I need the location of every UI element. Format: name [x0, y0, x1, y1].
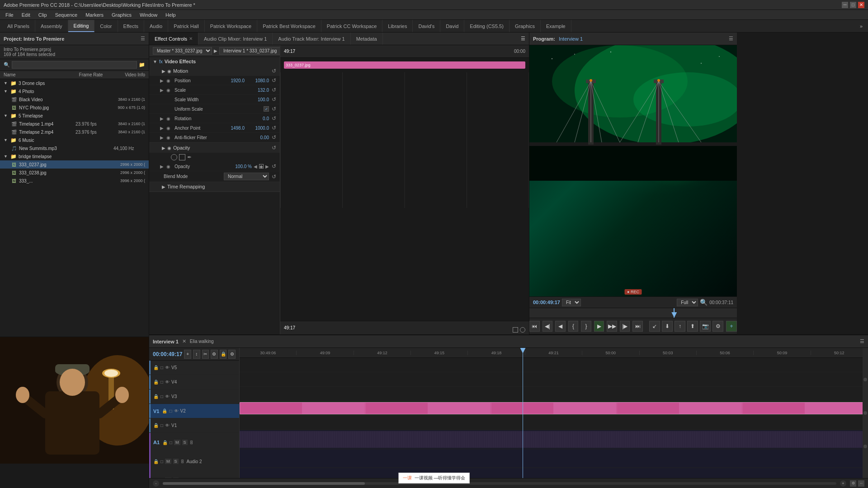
opacity-expand[interactable]: ▶ — [160, 164, 165, 169]
panel-menu-btn[interactable]: ☰ — [517, 36, 529, 42]
export-frame-btn[interactable]: 📷 — [700, 321, 711, 332]
workspace-tab-patrick-hall[interactable]: Patrick Hall — [168, 20, 205, 32]
add-track-btn[interactable]: + — [726, 321, 737, 332]
workspace-tab-all-panels[interactable]: All Panels — [2, 20, 35, 32]
v1-sync-icon[interactable]: □ — [160, 423, 163, 428]
transport-go-to-out[interactable]: ⏭ — [632, 321, 643, 332]
close-button[interactable]: ✕ — [858, 2, 864, 8]
position-x-value[interactable]: 1920.0 — [222, 78, 245, 83]
tab-audio-clip-mixer[interactable]: Audio Clip Mixer: Interview 1 — [198, 33, 273, 45]
opacity-section-reset[interactable]: ↺ — [272, 145, 276, 151]
workspace-tab-example[interactable]: Example — [541, 20, 571, 32]
timeline-close-tab[interactable]: ✕ — [182, 338, 186, 344]
v2-clip-strip[interactable] — [240, 402, 868, 414]
interview-clip-select[interactable]: Interview 1 * 333_0237.jpg — [219, 47, 280, 55]
workspace-tab-patrick-workspace[interactable]: Patrick Workspace — [205, 20, 258, 32]
timeline-sync-btn[interactable]: 🔒 — [220, 350, 227, 359]
program-quality-select[interactable]: Full — [677, 299, 698, 306]
blend-mode-reset[interactable]: ↺ — [272, 174, 276, 180]
v3-sync-icon[interactable]: □ — [160, 394, 163, 399]
uniform-scale-checkbox[interactable]: ✓ — [264, 106, 269, 112]
transport-out-point[interactable]: } — [581, 321, 591, 332]
timeline-panel-menu[interactable]: ☰ — [860, 338, 864, 344]
menu-item-graphics[interactable]: Graphics — [108, 11, 135, 19]
rotation-expand[interactable]: ▶ — [160, 116, 165, 121]
settings-btn[interactable]: ⚙ — [712, 321, 723, 332]
workspace-tab-libraries[interactable]: Libraries — [382, 20, 413, 32]
ec-navigate-btn[interactable] — [513, 327, 518, 333]
timeline-expand-icon[interactable]: ↔ — [858, 480, 864, 487]
timeline-content-area[interactable]: 30:49:06 49:09 49:12 49:15 49:18 49:21 5… — [240, 348, 868, 478]
v2-sync-icon[interactable]: □ — [169, 408, 172, 413]
anti-flicker-expand[interactable]: ▶ — [160, 135, 165, 140]
timeline-razor-tool[interactable]: ✂ — [202, 350, 209, 359]
v2-clip[interactable] — [240, 402, 868, 414]
transport-go-to-in[interactable]: ⏮ — [529, 321, 540, 332]
timeline-playhead[interactable] — [523, 348, 523, 478]
opacity-pen-tool[interactable]: ✒ — [187, 154, 192, 160]
a2-sync-icon[interactable]: □ — [160, 459, 163, 464]
timeline-zoom-bar[interactable] — [163, 482, 836, 485]
timeline-add-track-btn[interactable]: + — [184, 350, 191, 359]
ec-playhead-btn[interactable] — [520, 327, 525, 333]
workspace-tab-david's[interactable]: David's — [413, 20, 440, 32]
menu-item-help[interactable]: Help — [162, 11, 179, 19]
transport-step-forward[interactable]: |▶ — [620, 321, 630, 332]
project-item[interactable]: ▼📁6 Music — [0, 136, 149, 144]
workspace-tab-patrick-cc-workspace[interactable]: Patrick CC Workspace — [321, 20, 382, 32]
v4-eye-icon[interactable]: 👁 — [165, 380, 170, 385]
a2-lock-icon[interactable]: 🔒 — [153, 459, 159, 464]
folder-expand-icon[interactable]: ▼ — [4, 89, 8, 94]
lift-btn[interactable]: ↑ — [675, 321, 685, 332]
a1-solo-btn[interactable]: S — [182, 440, 188, 445]
program-add-btn[interactable]: + — [726, 321, 737, 332]
timeline-timecode[interactable]: 00:00:49:17 — [153, 351, 182, 357]
project-item[interactable]: 🎬Black Video3840 x 2160 (1 — [0, 95, 149, 103]
transport-play[interactable]: ▶ — [594, 321, 604, 332]
ec-clip-bar[interactable]: 333_0237.jpg — [284, 61, 525, 69]
workspace-more-btn[interactable]: » — [856, 22, 866, 31]
timeline-ruler[interactable]: 30:49:06 49:09 49:12 49:15 49:18 49:21 5… — [240, 348, 868, 358]
folder-expand-icon[interactable]: ▼ — [4, 113, 8, 118]
program-panel-menu[interactable]: ☰ — [729, 36, 733, 42]
workspace-tab-effects[interactable]: Effects — [118, 20, 144, 32]
folder-icon[interactable]: 📁 — [139, 62, 145, 68]
a1-lock-icon[interactable]: 🔒 — [162, 440, 168, 445]
v5-lock-icon[interactable]: 🔒 — [153, 365, 159, 370]
timeline-zoom-out[interactable]: - — [153, 480, 159, 487]
opacity-ellipse-tool[interactable] — [171, 154, 177, 160]
insert-btn[interactable]: ↙ — [649, 321, 660, 332]
scale-value[interactable]: 132.0 — [246, 88, 269, 93]
scale-anim-btn[interactable]: ◉ — [166, 88, 173, 93]
minimize-button[interactable]: ─ — [842, 2, 848, 8]
menu-item-markers[interactable]: Markers — [82, 11, 107, 19]
v4-sync-icon[interactable]: □ — [160, 380, 163, 385]
menu-item-clip[interactable]: Clip — [35, 11, 51, 19]
folder-expand-icon[interactable]: ▼ — [4, 138, 8, 142]
workspace-tab-graphics[interactable]: Graphics — [509, 20, 541, 32]
timeline-zoom-in[interactable]: + — [840, 480, 846, 487]
project-item[interactable]: ▼📁4 Photo — [0, 87, 149, 95]
program-playhead-bar[interactable] — [529, 308, 737, 318]
program-zoom-btn[interactable]: 🔍 — [700, 299, 708, 306]
project-item[interactable]: 🎵New Summits.mp344,100 Hz — [0, 144, 149, 152]
ec-time-remapping-header[interactable]: ▶ Time Remapping — [149, 182, 280, 191]
project-item[interactable]: 🖼NYC Photo.jpg900 x 675 (1.0) — [0, 103, 149, 112]
a1-sync-icon[interactable]: □ — [170, 440, 172, 445]
blend-mode-select[interactable]: Normal — [224, 173, 269, 180]
folder-expand-icon[interactable]: ▼ — [4, 154, 8, 159]
transport-step-back[interactable]: ◀| — [542, 321, 553, 332]
anti-flicker-value[interactable]: 0.00 — [246, 135, 269, 140]
timeline-zoom-handle[interactable] — [163, 482, 365, 485]
timeline-select-tool[interactable]: ↕ — [193, 350, 200, 359]
program-fit-select[interactable]: Fit — [562, 299, 581, 306]
folder-expand-icon[interactable]: ▼ — [4, 81, 8, 85]
position-y-value[interactable]: 1080.0 — [246, 78, 269, 83]
menu-item-window[interactable]: Window — [136, 11, 161, 19]
v5-sync-icon[interactable]: □ — [160, 365, 163, 370]
anchor-y-value[interactable]: 1000.0 — [246, 126, 269, 131]
position-anim-btn[interactable]: ◉ — [166, 78, 173, 83]
rotation-anim-btn[interactable]: ◉ — [166, 116, 173, 121]
transport-in-point[interactable]: { — [568, 321, 579, 332]
scale-expand[interactable]: ▶ — [160, 88, 165, 93]
